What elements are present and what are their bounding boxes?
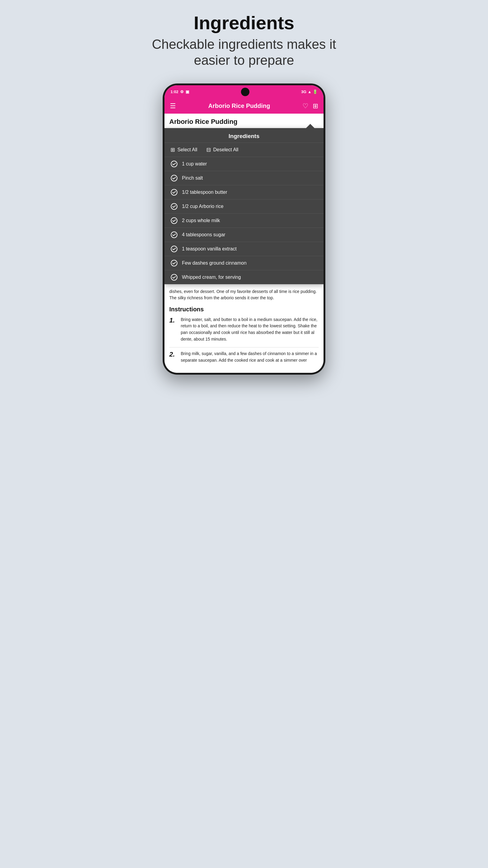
- page-title: Ingredients: [194, 12, 294, 33]
- ingredient-text: 1/2 tablespoon butter: [182, 190, 227, 195]
- ingredient-text: Whipped cream, for serving: [182, 275, 241, 280]
- check-circle-icon: [170, 189, 178, 196]
- battery-icon: 🔋: [313, 90, 318, 94]
- instruction-number: 2.: [169, 350, 178, 364]
- ingredient-text: 1/2 cup Arborio rice: [182, 204, 224, 209]
- instruction-item: 1.Bring water, salt, and butter to a boi…: [169, 316, 319, 343]
- ingredient-text: 1 cup water: [182, 161, 207, 167]
- app-bar-title: Arborio Rice Pudding: [180, 102, 298, 110]
- recipe-description: dishes, even for dessert. One of my favo…: [169, 288, 319, 301]
- instruction-item: 2.Bring milk, sugar, vanilla, and a few …: [169, 350, 319, 364]
- network-label: 3G: [301, 90, 306, 94]
- status-time: 1:02: [170, 90, 178, 94]
- recipe-title-area: Arborio Rice Pudding: [164, 114, 324, 128]
- ingredient-text: Few dashes ground cinnamon: [182, 260, 247, 266]
- ingredient-item[interactable]: Pinch salt: [164, 171, 324, 185]
- ingredient-text: 2 cups whole milk: [182, 218, 220, 223]
- app-bar: ☰ Arborio Rice Pudding ♡ ⊞: [164, 98, 324, 114]
- ingredient-text: Pinch salt: [182, 176, 203, 181]
- ingredient-item[interactable]: 1/2 tablespoon butter: [164, 185, 324, 199]
- check-circle-icon: [170, 217, 178, 224]
- ingredient-item[interactable]: 1 teaspoon vanilla extract: [164, 242, 324, 256]
- settings-icon: ⚙: [180, 90, 184, 94]
- instructions-title: Instructions: [169, 306, 319, 313]
- camera-notch: [241, 88, 250, 96]
- instruction-text: Bring milk, sugar, vanilla, and a few da…: [181, 350, 319, 364]
- status-bar-right: 3G ▲ 🔋: [301, 90, 318, 94]
- ingredient-item[interactable]: 4 tablespoons sugar: [164, 228, 324, 242]
- ingredient-text: 1 teaspoon vanilla extract: [182, 246, 236, 252]
- ingredient-item[interactable]: 2 cups whole milk: [164, 214, 324, 228]
- status-bar: 1:02 ⚙ ▣ 3G ▲ 🔋: [164, 85, 324, 98]
- ingredient-item[interactable]: 1/2 cup Arborio rice: [164, 199, 324, 214]
- phone-frame: 1:02 ⚙ ▣ 3G ▲ 🔋 ☰ Arborio Rice Pudding ♡…: [163, 84, 325, 375]
- save-icon[interactable]: ⊞: [313, 102, 318, 110]
- check-circle-icon: [170, 175, 178, 182]
- ingredient-item[interactable]: 1 cup water: [164, 157, 324, 171]
- sim-icon: ▣: [186, 90, 189, 94]
- phone-screen: 1:02 ⚙ ▣ 3G ▲ 🔋 ☰ Arborio Rice Pudding ♡…: [164, 85, 324, 373]
- check-circle-icon: [170, 259, 178, 267]
- ingredients-panel-title: Ingredients: [164, 128, 324, 143]
- recipe-title: Arborio Rice Pudding: [169, 118, 237, 125]
- instructions-list: 1.Bring water, salt, and butter to a boi…: [169, 316, 319, 364]
- check-circle-icon: [170, 160, 178, 167]
- ingredients-panel: Ingredients ⊞ Select All ⊟ Deselect All …: [164, 128, 324, 284]
- ingredient-item[interactable]: Whipped cream, for serving: [164, 270, 324, 284]
- instruction-text: Bring water, salt, and butter to a boil …: [181, 316, 319, 343]
- signal-icon: ▲: [307, 90, 312, 94]
- ingredients-list: 1 cup waterPinch salt1/2 tablespoon butt…: [164, 157, 324, 284]
- check-circle-icon: [170, 231, 178, 239]
- ingredients-actions: ⊞ Select All ⊟ Deselect All: [164, 143, 324, 157]
- deselect-all-icon: ⊟: [206, 147, 211, 153]
- deselect-all-button[interactable]: ⊟ Deselect All: [206, 147, 238, 153]
- ingredient-item[interactable]: Few dashes ground cinnamon: [164, 256, 324, 270]
- select-all-label: Select All: [177, 147, 197, 153]
- favorite-icon[interactable]: ♡: [302, 102, 308, 110]
- deselect-all-label: Deselect All: [213, 147, 238, 153]
- menu-icon[interactable]: ☰: [170, 102, 176, 110]
- recipe-content: dishes, even for dessert. One of my favo…: [164, 284, 324, 373]
- status-bar-left: 1:02 ⚙ ▣: [170, 90, 189, 94]
- instruction-number: 1.: [169, 316, 178, 343]
- check-circle-icon: [170, 274, 178, 281]
- page-subtitle: Checkable ingredients makes it easier to…: [138, 36, 350, 68]
- check-circle-icon: [170, 245, 178, 253]
- check-circle-icon: [170, 203, 178, 210]
- select-all-icon: ⊞: [170, 147, 175, 153]
- select-all-button[interactable]: ⊞ Select All: [170, 147, 197, 153]
- ingredient-text: 4 tablespoons sugar: [182, 232, 225, 238]
